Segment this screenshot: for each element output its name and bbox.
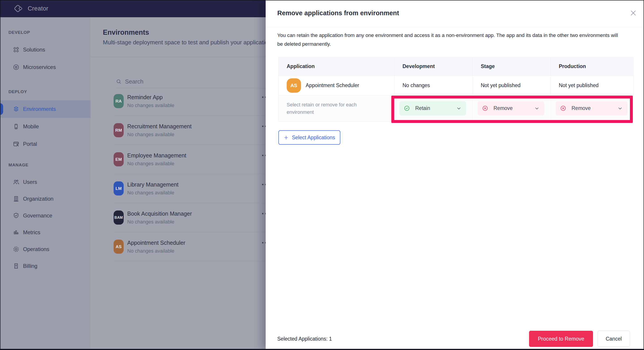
sidebar-item-users[interactable]: Users: [0, 173, 90, 190]
app-avatar: LM: [114, 181, 124, 196]
environment-table: Application Development Stage Production…: [278, 57, 634, 121]
table-cell-stage-action: Remove: [473, 95, 551, 121]
search-input[interactable]: [125, 78, 270, 85]
column-header-stage: Stage: [473, 57, 551, 76]
organization-building-icon: [13, 196, 20, 202]
sidebar-item-label: Operations: [23, 246, 49, 252]
select-applications-button[interactable]: Select Applications: [278, 130, 340, 145]
app-status: No changes available: [127, 161, 186, 166]
app-title: Creator: [28, 5, 48, 12]
sidebar-item-label: Portal: [23, 141, 37, 147]
remove-applications-modal: Remove applications from environment You…: [266, 0, 644, 350]
users-icon: [13, 179, 20, 186]
app-avatar: RA: [114, 94, 124, 108]
dropdown-value: Remove: [572, 105, 591, 111]
chevron-down-icon: [617, 105, 623, 111]
x-circle-icon: [482, 105, 488, 111]
cancel-button[interactable]: Cancel: [598, 331, 630, 347]
app-name: Employee Management: [127, 152, 186, 159]
sidebar-item-label: Governance: [23, 213, 52, 219]
app-avatar: EM: [114, 152, 124, 166]
dropdown-value: Remove: [494, 105, 513, 111]
close-icon[interactable]: [630, 10, 637, 17]
sidebar-item-governance[interactable]: Governance: [0, 207, 90, 224]
select-applications-label: Select Applications: [292, 135, 335, 141]
table-cell-action-label: Select retain or remove for each environ…: [278, 95, 394, 121]
sidebar-item-portal[interactable]: Portal: [0, 135, 90, 153]
selected-applications-count: Selected Applications: 1: [277, 336, 332, 342]
sidebar-item-solutions[interactable]: Solutions: [0, 41, 90, 58]
app-status: No changes available: [127, 248, 185, 254]
sidebar-item-label: Mobile: [23, 123, 39, 130]
app-status: No changes available: [127, 103, 174, 108]
app-name: Recruitment Management: [127, 123, 192, 130]
microservices-plug-icon: [13, 64, 20, 71]
table-cell-stage-status: Not yet published: [473, 76, 551, 95]
app-avatar: AS: [114, 240, 124, 254]
sidebar-item-label: Solutions: [23, 47, 45, 53]
sidebar-item-billing[interactable]: Billing: [0, 258, 90, 274]
app-avatar: AS: [287, 78, 301, 93]
sidebar-item-label: Organization: [23, 196, 54, 202]
check-circle-icon: [404, 105, 410, 111]
creator-brand[interactable]: Creator: [14, 4, 48, 14]
governance-shield-icon: [13, 212, 20, 219]
app-name: Reminder App: [127, 94, 174, 101]
sidebar-item-environments[interactable]: Environments: [0, 100, 90, 118]
active-item-indicator: [0, 103, 3, 115]
proceed-to-remove-button[interactable]: Proceed to Remove: [529, 331, 593, 347]
modal-description: You can retain the application from any …: [277, 31, 622, 48]
sidebar-item-mobile[interactable]: Mobile: [0, 118, 90, 135]
environments-layers-icon: [13, 106, 20, 112]
sidebar-item-metrics[interactable]: Metrics: [0, 224, 90, 241]
dropdown-value: Retain: [415, 105, 430, 111]
table-cell-development-action: Retain: [394, 95, 473, 121]
table-cell-production-action: Remove: [551, 95, 634, 121]
app-status: No changes available: [127, 190, 178, 196]
table-cell-development-status: No changes: [394, 76, 473, 95]
action-row-label: Select retain or remove for each environ…: [287, 101, 363, 116]
sidebar-item-label: Users: [23, 179, 37, 185]
app-name: Library Management: [127, 181, 178, 188]
chevron-down-icon: [534, 105, 540, 111]
x-circle-icon: [560, 105, 566, 111]
sidebar-item-organization[interactable]: Organization: [0, 190, 90, 207]
creator-logo-icon: [14, 4, 23, 14]
sidebar-section-develop: DEVELOP: [8, 29, 90, 36]
mobile-phone-icon: [13, 123, 20, 130]
sidebar-item-operations[interactable]: Operations: [0, 241, 90, 258]
app-status: No changes available: [127, 132, 192, 137]
sidebar-item-label: Environments: [23, 106, 56, 112]
sidebar-item-microservices[interactable]: Microservices: [0, 58, 90, 76]
app-name: Appointment Scheduler: [127, 240, 185, 246]
app-avatar: BAM: [114, 211, 124, 225]
page-subtitle: Multi-stage deployment space to test and…: [103, 39, 274, 46]
app-name: Appointment Scheduler: [306, 82, 359, 88]
remove-dropdown-stage[interactable]: Remove: [478, 101, 544, 116]
table-cell-production-status: Not yet published: [551, 76, 634, 95]
sidebar-section-manage: MANAGE: [8, 162, 90, 168]
search-icon: [116, 79, 122, 85]
sidebar-item-label: Billing: [23, 263, 37, 269]
app-name: Book Acquisition Manager: [127, 211, 192, 217]
sidebar-item-label: Microservices: [23, 64, 56, 70]
metrics-bars-icon: [13, 229, 20, 236]
solutions-grid-icon: [13, 46, 20, 53]
operations-gear-icon: [13, 246, 20, 253]
retain-dropdown[interactable]: Retain: [399, 101, 466, 116]
portal-window-icon: [13, 141, 20, 147]
page-title: Environments: [103, 28, 149, 37]
app-status: No changes available: [127, 219, 192, 225]
table-cell-application: AS Appointment Scheduler: [278, 76, 394, 95]
app-avatar: RM: [114, 123, 124, 137]
modal-divider: [266, 27, 644, 27]
remove-dropdown-production[interactable]: Remove: [556, 101, 628, 116]
search-field[interactable]: [116, 75, 270, 88]
sidebar: DEVELOP Solutions Microservices DEPLOY: [0, 17, 90, 350]
modal-title: Remove applications from environment: [277, 9, 399, 18]
chevron-down-icon: [456, 105, 462, 111]
billing-receipt-icon: [13, 263, 20, 269]
column-header-production: Production: [551, 57, 634, 76]
modal-footer: Selected Applications: 1 Proceed to Remo…: [277, 331, 630, 347]
sidebar-item-label: Metrics: [23, 229, 40, 236]
